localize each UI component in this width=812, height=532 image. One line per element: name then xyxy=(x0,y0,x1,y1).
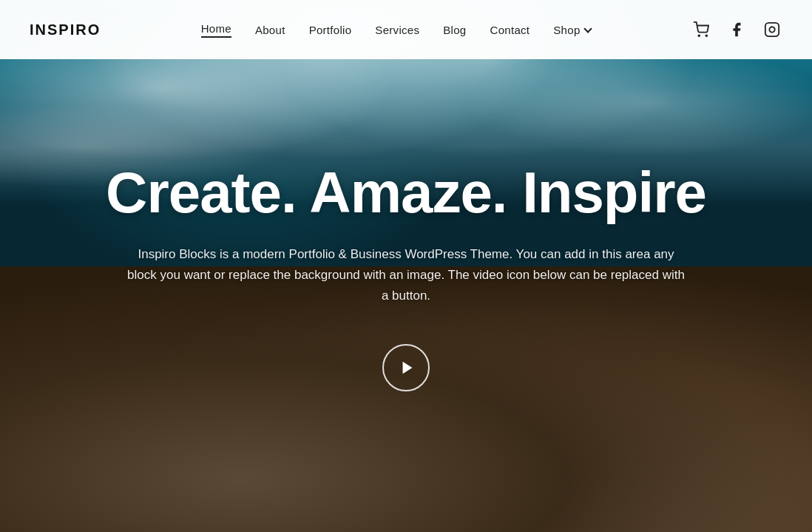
instagram-icon[interactable] xyxy=(762,19,782,40)
header-icons xyxy=(691,19,782,40)
facebook-icon[interactable] xyxy=(726,19,747,40)
nav-item-home[interactable]: Home xyxy=(201,22,231,38)
site-header: INSPIRO Home About Portfolio Services Bl… xyxy=(0,0,812,59)
svg-rect-2 xyxy=(765,23,779,36)
hero-title: Create. Amaze. Inspire xyxy=(106,163,706,223)
chevron-down-icon xyxy=(583,24,592,33)
nav-item-shop[interactable]: Shop xyxy=(553,24,590,36)
nav-item-services[interactable]: Services xyxy=(375,24,419,36)
svg-marker-4 xyxy=(403,361,413,374)
hero-section: INSPIRO Home About Portfolio Services Bl… xyxy=(0,0,812,532)
nav-item-contact[interactable]: Contact xyxy=(490,24,530,36)
nav-item-portfolio[interactable]: Portfolio xyxy=(309,24,352,36)
svg-point-1 xyxy=(706,35,707,36)
nav-item-blog[interactable]: Blog xyxy=(443,24,466,36)
play-icon xyxy=(399,360,416,376)
svg-point-0 xyxy=(698,35,700,36)
cart-icon[interactable] xyxy=(691,19,711,40)
site-logo[interactable]: INSPIRO xyxy=(30,21,101,38)
hero-subtitle: Inspiro Blocks is a modern Portfolio & B… xyxy=(125,244,687,306)
main-nav: Home About Portfolio Services Blog Conta… xyxy=(201,22,591,38)
play-button[interactable] xyxy=(382,344,430,391)
nav-item-about[interactable]: About xyxy=(255,24,285,36)
hero-content: Create. Amaze. Inspire Inspiro Blocks is… xyxy=(76,163,736,391)
